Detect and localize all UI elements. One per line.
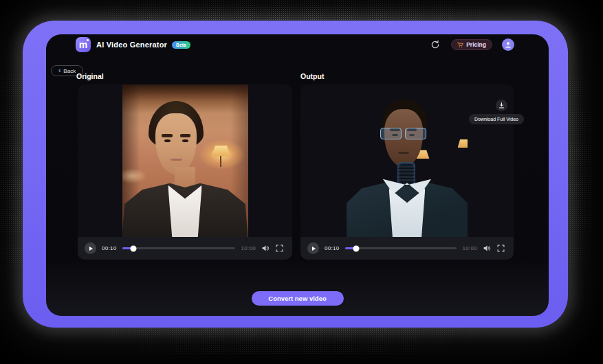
seek-slider[interactable] xyxy=(122,247,236,249)
beta-badge: Beta xyxy=(172,41,190,49)
logo-letter: m xyxy=(79,40,87,49)
current-time: 00:10 xyxy=(102,245,117,251)
history-icon[interactable] xyxy=(430,39,441,50)
volume-icon[interactable] xyxy=(483,244,492,253)
header: m AI Video Generator Beta Pric xyxy=(76,36,514,54)
convert-new-video-button[interactable]: Convert new video xyxy=(252,291,344,306)
output-player-controls: 00:10 10:00 xyxy=(300,237,514,260)
play-button[interactable] xyxy=(307,242,319,254)
lobby-lamp xyxy=(458,139,468,148)
person-mouth xyxy=(398,152,409,154)
seek-thumb[interactable] xyxy=(131,245,137,251)
duration: 10:00 xyxy=(241,245,256,251)
person-eye xyxy=(164,139,171,142)
wall-lamp xyxy=(211,146,230,157)
person-brow xyxy=(180,134,191,137)
app-title: AI Video Generator xyxy=(96,41,167,49)
app-logo: m xyxy=(76,37,91,52)
original-panel: 00:10 10:00 xyxy=(78,84,292,260)
volume-icon[interactable] xyxy=(261,244,270,253)
output-video-frame xyxy=(347,84,468,237)
duration: 10:00 xyxy=(462,245,477,251)
glasses-lens xyxy=(380,128,402,139)
seek-slider[interactable] xyxy=(345,247,457,249)
person-brow xyxy=(162,134,173,137)
person-face xyxy=(155,113,197,174)
download-icon xyxy=(498,102,505,109)
pricing-label: Pricing xyxy=(466,41,486,48)
glasses xyxy=(380,128,426,139)
original-player-controls: 00:10 10:00 xyxy=(78,237,292,260)
play-icon xyxy=(312,247,316,251)
person-neck xyxy=(175,167,195,187)
original-label: Original xyxy=(76,72,104,80)
logo-sparkle-icon xyxy=(87,39,89,41)
pricing-button[interactable]: Pricing xyxy=(451,39,492,50)
original-video-frame xyxy=(122,84,248,237)
avatar[interactable] xyxy=(502,38,514,51)
page: { "app": { "logo_letter": "m", "title": … xyxy=(0,0,603,364)
back-label: Back xyxy=(63,68,76,74)
output-label: Output xyxy=(300,72,324,80)
glasses-lens xyxy=(405,128,426,139)
chevron-left-icon: ‹ xyxy=(58,67,61,74)
purple-frame: m AI Video Generator Beta Pric xyxy=(23,21,568,328)
app-window: m AI Video Generator Beta Pric xyxy=(46,34,549,316)
cart-icon xyxy=(457,42,463,48)
seek-thumb[interactable] xyxy=(353,245,359,251)
play-icon xyxy=(89,247,93,251)
original-video-stage[interactable] xyxy=(78,84,292,237)
output-video-stage[interactable] xyxy=(300,84,514,237)
fullscreen-icon[interactable] xyxy=(276,244,283,252)
person-eye xyxy=(182,139,188,142)
fullscreen-icon[interactable] xyxy=(497,244,505,252)
person-mouth xyxy=(171,159,182,161)
current-time: 00:10 xyxy=(325,245,340,251)
output-panel: Download Full Video 00:10 10:00 xyxy=(300,84,514,260)
download-button[interactable] xyxy=(496,100,507,111)
play-button[interactable] xyxy=(85,242,96,254)
wall-lamp-arm xyxy=(220,156,221,167)
download-tooltip: Download Full Video xyxy=(469,114,524,124)
